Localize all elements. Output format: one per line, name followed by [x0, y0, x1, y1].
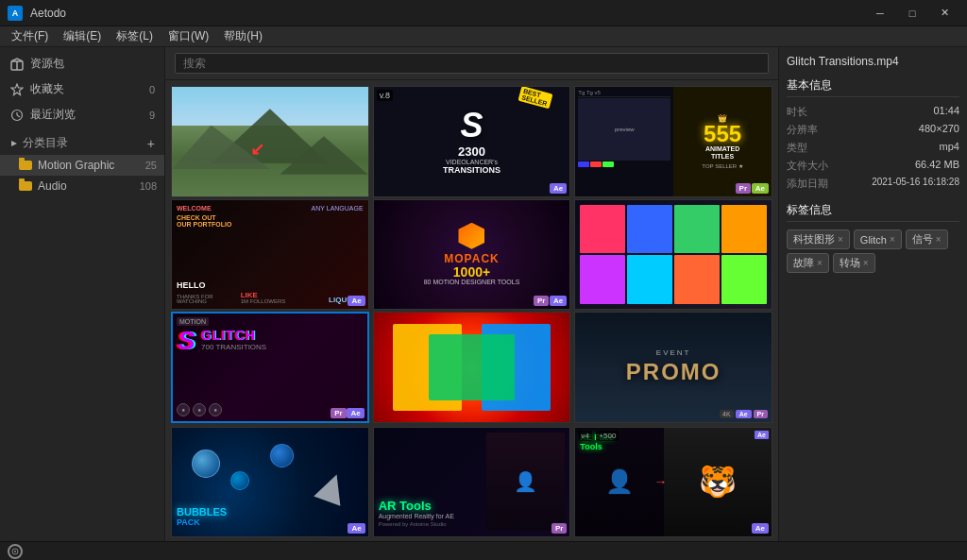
- tag-remove-button[interactable]: ×: [838, 234, 843, 245]
- tag-label: 转场: [840, 256, 860, 270]
- tag-remove-button[interactable]: ×: [890, 234, 895, 245]
- tag-label: 信号: [912, 232, 933, 246]
- grid-item-12[interactable]: 🐯 👤 AE FaceTools → v4: [574, 427, 772, 538]
- menu-label[interactable]: 标签(L): [109, 26, 161, 46]
- app-icon: A: [8, 6, 23, 21]
- duration-label: 时长: [787, 105, 807, 119]
- category-motion-graphic-count: 25: [145, 160, 157, 171]
- tags-grid: 科技图形 × Glitch × 信号 × 故障 × 转场 ×: [787, 229, 959, 273]
- panel-basic-info-title: 基本信息: [787, 77, 959, 97]
- tag-remove-button[interactable]: ×: [863, 258, 869, 268]
- title-bar: A Aetodo ─ □ ✕: [0, 0, 967, 26]
- sidebar-favorites-label: 收藏夹: [30, 81, 149, 97]
- grid-item-7[interactable]: MOTION S GLITCH 700 TRANSITIONS ★ ★ ★: [171, 312, 369, 423]
- sidebar-categories-section[interactable]: 分类目录 +: [0, 131, 164, 155]
- window-controls: ─ □ ✕: [865, 4, 959, 23]
- menu-edit[interactable]: 编辑(E): [56, 26, 109, 46]
- info-row-adddate: 添加日期 2021-05-16 16:18:28: [787, 177, 959, 191]
- tag-remove-button[interactable]: ×: [936, 234, 942, 245]
- sidebar-category-motion-graphic[interactable]: Motion Graphic 25: [0, 155, 164, 176]
- duration-value: 01:44: [933, 105, 959, 119]
- tags-title: 标签信息: [787, 202, 959, 222]
- right-panel: Glitch Transitions.mp4 基本信息 时长 01:44 分辨率…: [778, 47, 967, 541]
- box-icon: [9, 57, 25, 72]
- app-title: Aetodo: [30, 7, 66, 20]
- adddate-value: 2021-05-16 16:18:28: [872, 177, 959, 191]
- sidebar-resources-label: 资源包: [30, 56, 155, 72]
- svg-line-5: [17, 115, 20, 117]
- resolution-value: 480×270: [919, 123, 959, 137]
- category-motion-graphic-label: Motion Graphic: [38, 159, 145, 172]
- grid-item-1[interactable]: ↙: [171, 86, 369, 197]
- menu-help[interactable]: 帮助(H): [216, 26, 270, 46]
- tag-remove-button[interactable]: ×: [817, 258, 823, 268]
- category-audio-count: 108: [140, 180, 157, 192]
- grid-item-3[interactable]: Tg Tg v5 preview 👑 555 ANIMATEDTITLES: [574, 86, 772, 197]
- info-row-type: 类型 mp4: [787, 141, 959, 155]
- tags-section: 标签信息 科技图形 × Glitch × 信号 × 故障 ×: [787, 202, 959, 273]
- tag-kejituxing[interactable]: 科技图形 ×: [787, 229, 850, 249]
- svg-marker-2: [11, 84, 23, 95]
- sidebar-item-favorites[interactable]: 收藏夹 0: [0, 76, 164, 102]
- grid-item-11[interactable]: 👤 AR Tools Augmented Reality for AE Powe…: [373, 427, 571, 538]
- tag-label: 科技图形: [793, 232, 835, 246]
- panel-filename: Glitch Transitions.mp4: [787, 55, 959, 68]
- grid-item-10[interactable]: BUBBLES PACK Ae: [171, 427, 369, 538]
- sidebar-recent-label: 最近浏览: [30, 107, 149, 123]
- svg-point-8: [14, 551, 16, 552]
- title-bar-left: A Aetodo: [8, 6, 66, 21]
- folder-audio-icon: [19, 181, 32, 191]
- category-audio-label: Audio: [38, 179, 140, 193]
- sidebar-recent-count: 9: [149, 110, 155, 121]
- grid-item-4[interactable]: WELCOME CHECK OUTOUR PORTFOLIO ANY LANGU…: [171, 199, 369, 311]
- sidebar-favorites-count: 0: [149, 84, 155, 95]
- tag-transition[interactable]: 转场 ×: [833, 253, 875, 273]
- minimize-button[interactable]: ─: [865, 4, 895, 23]
- info-row-filesize: 文件大小 66.42 MB: [787, 159, 959, 173]
- content-area: ↙ S 2300 VIDEOLANCER's TRANSITIONS v.8 A…: [165, 47, 778, 541]
- info-row-resolution: 分辨率 480×270: [787, 123, 959, 137]
- info-row-duration: 时长 01:44: [787, 105, 959, 119]
- tag-signal[interactable]: 信号 ×: [906, 229, 948, 249]
- grid-item-9[interactable]: EVENT PROMO 4K Ae Pr: [574, 312, 772, 423]
- sidebar-item-resources[interactable]: 资源包: [0, 51, 164, 76]
- maximize-button[interactable]: □: [897, 4, 927, 23]
- filesize-label: 文件大小: [787, 159, 828, 173]
- grid-item-5[interactable]: MOPACK 1000+ 80 MOTION DESIGNER TOOLS Ae…: [373, 199, 571, 311]
- svg-marker-6: [11, 141, 17, 146]
- folder-icon: [19, 161, 32, 170]
- sidebar-categories-label: 分类目录: [23, 135, 147, 151]
- grid-item-6[interactable]: [574, 199, 772, 311]
- sidebar: 资源包 收藏夹 0 最近浏览 9 分类目录 + Motion Graphic 2…: [0, 47, 165, 541]
- clock-icon: [9, 108, 25, 123]
- tag-glitch[interactable]: Glitch ×: [854, 229, 902, 249]
- menu-file[interactable]: 文件(F): [4, 26, 56, 46]
- tag-label: 故障: [793, 256, 814, 270]
- tag-fault[interactable]: 故障 ×: [787, 253, 829, 273]
- grid-item-8[interactable]: [373, 312, 571, 423]
- close-button[interactable]: ✕: [929, 4, 959, 23]
- main-layout: 资源包 收藏夹 0 最近浏览 9 分类目录 + Motion Graphic 2…: [0, 47, 967, 541]
- menu-bar: 文件(F) 编辑(E) 标签(L) 窗口(W) 帮助(H): [0, 26, 967, 47]
- filesize-value: 66.42 MB: [915, 159, 959, 173]
- sidebar-category-audio[interactable]: Audio 108: [0, 176, 164, 196]
- sidebar-item-recent[interactable]: 最近浏览 9: [0, 102, 164, 127]
- adddate-label: 添加日期: [787, 177, 828, 191]
- settings-icon[interactable]: [8, 544, 23, 559]
- resolution-label: 分辨率: [787, 123, 818, 137]
- grid-container: ↙ S 2300 VIDEOLANCER's TRANSITIONS v.8 A…: [165, 80, 778, 541]
- type-label: 类型: [787, 141, 807, 155]
- status-bar: [0, 541, 967, 560]
- menu-window[interactable]: 窗口(W): [161, 26, 216, 46]
- add-category-button[interactable]: +: [147, 136, 155, 151]
- type-value: mp4: [940, 141, 959, 155]
- star-icon: [9, 82, 25, 97]
- grid-item-2[interactable]: S 2300 VIDEOLANCER's TRANSITIONS v.8 Ae …: [373, 86, 571, 197]
- search-bar: [165, 47, 778, 80]
- tag-label: Glitch: [860, 234, 887, 246]
- search-input[interactable]: [175, 53, 769, 74]
